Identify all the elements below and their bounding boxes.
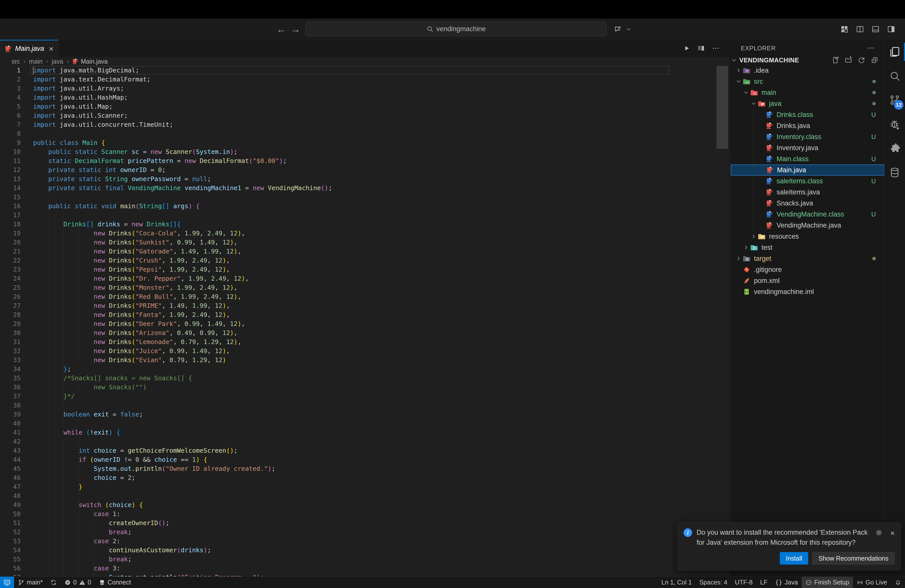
code-line[interactable]: 9public class Main { [0,138,730,147]
code-line[interactable]: 2import java.text.DecimalFormat; [0,75,730,84]
activity-source-control-icon[interactable]: 12 [884,88,905,112]
code-line[interactable]: 36 new Snacks("") [0,383,730,392]
tab-main-java[interactable]: Main.java × [0,40,58,57]
tree-item-vendingmachine-java[interactable]: VendingMachine.java [731,220,884,231]
status-item-connect[interactable]: Connect [95,577,135,588]
chevron-expanded-icon[interactable] [750,101,757,106]
code-line[interactable]: 32 new Drinks("Juice", 0.99, 1.49, 12), [0,346,730,356]
code-line[interactable]: 28 new Drinks("Fanta", 1.99, 2.49, 12), [0,310,730,319]
code-line[interactable]: 24 new Drinks("Dr. Pepper", 1.99, 2.49, … [0,274,730,283]
tree-item-saleitems-class[interactable]: saleItems.classU [731,176,884,187]
layout-grid-icon[interactable] [840,25,849,33]
tree-item-pom-xml[interactable]: pom.xml [731,275,884,286]
close-icon[interactable]: × [890,529,895,537]
code-line[interactable]: 3import java.util.Arrays; [0,84,730,93]
breadcrumb-file[interactable]: Main.java [72,58,108,65]
code-line[interactable]: 54 continueAsCustomer(drinks); [0,546,730,555]
status-item-spaces-4[interactable]: Spaces: 4 [695,577,731,588]
breadcrumb[interactable]: src › main › java › Main.java [0,57,730,66]
split-editor-icon[interactable] [856,25,864,33]
code-line[interactable]: 30 new Drinks("Arizona", 0.49, 0.99, 12)… [0,329,730,337]
code-line[interactable]: 51 createOwnerID(); [0,518,730,528]
tree-item-java[interactable]: java [731,98,884,109]
code-line[interactable]: 35 /*Snacks[] snacks = new Snacks[] { [0,374,730,383]
tree-item-main-class[interactable]: Main.classU [731,153,884,164]
status-item-main-[interactable]: main* [14,577,46,588]
code-line[interactable]: 10 public static Scanner sc = new Scanne… [0,147,730,156]
code-line[interactable]: 29 new Drinks("Deer Park", 0.99, 1.49, 1… [0,319,730,329]
code-line[interactable]: 49 switch (choice) { [0,501,730,510]
install-button[interactable]: Install [780,552,808,565]
chevron-expanded-icon[interactable] [742,90,750,95]
code-line[interactable]: 15 [0,193,730,202]
code-line[interactable]: 26 new Drinks("Red Bull", 1.99, 2.49, 12… [0,292,730,301]
code-line[interactable]: 19 new Drinks("Coca-Cola", 1.99, 2.49, 1… [0,229,730,238]
code-line[interactable]: 25 new Drinks("Monster", 1.99, 2.49, 12)… [0,283,730,292]
tree-item-inventory-class[interactable]: Inventory.classU [731,131,884,142]
new-folder-icon[interactable] [845,56,852,64]
code-line[interactable]: 6import java.util.Scanner; [0,111,730,120]
code-line[interactable]: 23 new Drinks("Pepsi", 1.99, 2.49, 12), [0,265,730,274]
code-line[interactable]: 55 break; [0,555,730,564]
code-line[interactable]: 39 boolean exit = false; [0,410,730,419]
code-line[interactable]: 22 new Drinks("Crush", 1.99, 2.49, 12), [0,256,730,265]
layout-controls[interactable] [840,19,895,40]
status-item-sync-icon[interactable] [46,577,60,588]
code-line[interactable]: 5import java.util.Map; [0,102,730,111]
code-line[interactable]: 1import java.math.BigDecimal; [0,66,730,75]
code-line[interactable]: 12 private static int ownerID = 0; [0,165,730,175]
code-line[interactable]: 16 public static void main(String[] args… [0,202,730,211]
tree-item-resources[interactable]: resources [731,231,884,242]
activity-extensions-icon[interactable] [884,136,905,161]
code-line[interactable]: 46 choice = 2; [0,473,730,482]
code-line[interactable]: 43 int choice = getChoiceFromWelcomeScre… [0,446,730,455]
chevron-collapsed-icon[interactable] [750,234,757,239]
activity-debug-icon[interactable] [884,112,905,136]
panel-bottom-icon[interactable] [871,25,880,33]
code-line[interactable]: 53 case 2: [0,537,730,546]
code-line[interactable]: 45 System.out.println("Owner ID already … [0,464,730,473]
breadcrumb-main[interactable]: main [29,58,43,65]
chevron-collapsed-icon[interactable] [735,68,742,73]
code-line[interactable]: 4import java.util.HashMap; [0,93,730,102]
status-item-java[interactable]: {}Java [771,577,802,588]
code-line[interactable]: 7import java.util.concurrent.TimeUnit; [0,120,730,129]
breadcrumb-java[interactable]: java [52,58,64,65]
code-line[interactable]: 56 case 3: [0,564,730,573]
status-item-bell-icon[interactable] [891,577,905,588]
tree-item--idea[interactable]: .idea [731,65,884,76]
tree-item-src[interactable]: </>src [731,76,884,87]
code-line[interactable]: 44 if (ownerID != 0 && choice == 1) { [0,455,730,464]
code-line[interactable]: 37 }*/ [0,392,730,401]
tree-item-snacks-java[interactable]: Snacks.java [731,198,884,209]
code-line[interactable]: 47 } [0,482,730,491]
refresh-icon[interactable] [858,56,865,64]
code-line[interactable]: 20 new Drinks("Sunkist", 0.99, 1.49, 12)… [0,238,730,247]
tree-item-saleitems-java[interactable]: saleItems.java [731,187,884,198]
more-icon[interactable] [712,44,720,52]
command-center-search[interactable]: vendingmachine [305,22,607,36]
code-line[interactable]: 57 System.out.println("Exiting Program..… [0,573,730,577]
tree-item-drinks-class[interactable]: Drinks.classU [731,109,884,120]
tree-item-main[interactable]: ⌂main [731,87,884,98]
code-line[interactable]: 11 static DecimalFormat pricePattern = n… [0,156,730,165]
status-item-utf-8[interactable]: UTF-8 [731,577,756,588]
tree-item-vendingmachine-iml[interactable]: vendingmachine.iml [731,286,884,297]
status-item-finish-setup[interactable]: Finish Setup [802,577,853,588]
code-line[interactable]: 40 [0,419,730,428]
status-item-go-live[interactable]: Go Live [853,577,891,588]
tree-item-drinks-java[interactable]: Drinks.java [731,120,884,131]
copilot-chat-icon[interactable] [614,25,622,33]
collapse-all-icon[interactable] [871,56,878,64]
tree-item-main-java[interactable]: Main.java [731,164,884,176]
code-line[interactable]: 41 while (!exit) { [0,428,730,437]
chevron-expanded-icon[interactable] [735,79,742,84]
code-line[interactable]: 14 private static final VendingMachine v… [0,184,730,193]
code-line[interactable]: 42 [0,437,730,446]
remote-indicator[interactable] [0,577,14,588]
code-line[interactable]: 34 }; [0,365,730,374]
activity-database-icon[interactable] [884,161,905,184]
editor-scrollbar[interactable] [716,66,728,149]
code-line[interactable]: 33 new Drinks("Evian", 0.79, 1.29, 12) [0,356,730,365]
status-item-ln-1-col-1[interactable]: Ln 1, Col 1 [657,577,695,588]
